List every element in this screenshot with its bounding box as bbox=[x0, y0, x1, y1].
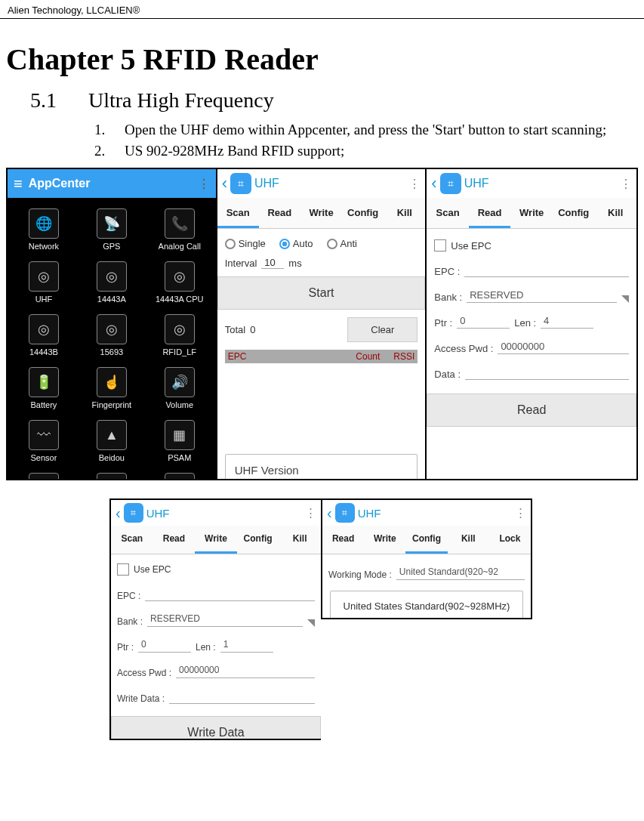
pwd-field: Access Pwd : 00000000 bbox=[434, 335, 629, 360]
more-icon[interactable]: ⋮ bbox=[408, 177, 421, 191]
uhf-title: UHF bbox=[358, 507, 381, 520]
write-data-input[interactable] bbox=[169, 690, 315, 704]
tab-lock[interactable]: Lock bbox=[489, 526, 531, 554]
tab-write[interactable]: Write bbox=[195, 526, 237, 554]
app-item[interactable]: 〰Sensor bbox=[11, 415, 77, 467]
app-item[interactable]: ◎14443A bbox=[79, 257, 145, 308]
tab-scan[interactable]: Scan bbox=[217, 198, 259, 228]
app-icon: ☝ bbox=[97, 367, 127, 397]
tab-kill[interactable]: Kill bbox=[594, 198, 636, 228]
app-item[interactable]: ◎RFID_LF bbox=[146, 310, 213, 361]
pwd-input[interactable]: 00000000 bbox=[498, 341, 629, 354]
tab-config[interactable]: Config bbox=[553, 198, 595, 228]
chapter-title: Chapter 5 RFID Reader bbox=[6, 42, 644, 77]
working-mode-field: Working Mode : United Standard(920~92 bbox=[328, 560, 525, 586]
tab-config[interactable]: Config bbox=[342, 198, 384, 228]
bank-label: Bank : bbox=[434, 292, 462, 303]
working-mode-select[interactable]: United Standard(920~92 bbox=[396, 566, 525, 580]
bank-label: Bank : bbox=[117, 616, 143, 627]
bank-select[interactable]: RESERVED bbox=[147, 613, 303, 627]
app-label: Analog Call bbox=[159, 242, 201, 251]
epc-input[interactable] bbox=[464, 264, 629, 277]
app-item[interactable]: N))NFC bbox=[146, 468, 213, 479]
tab-write[interactable]: Write bbox=[364, 526, 405, 554]
tab-write[interactable]: Write bbox=[510, 198, 553, 228]
tab-read[interactable]: Read bbox=[153, 526, 196, 554]
radio-single[interactable]: Single bbox=[225, 238, 266, 249]
back-icon[interactable]: ‹ bbox=[327, 505, 332, 522]
app-item[interactable]: 📡GPS bbox=[79, 204, 145, 255]
list-item: 2. US 902-928MHz Band RFID support; bbox=[94, 141, 629, 161]
more-icon[interactable]: ⋮ bbox=[305, 506, 316, 520]
tab-scan[interactable]: Scan bbox=[111, 526, 153, 554]
app-item[interactable]: ☝Fingerprint bbox=[79, 363, 145, 414]
app-label: 15693 bbox=[100, 347, 124, 356]
more-icon[interactable]: ⋮ bbox=[515, 506, 526, 520]
tab-read[interactable]: Read bbox=[322, 526, 364, 554]
uhf-header: ‹ ⌗ UHF ⋮ bbox=[217, 169, 426, 198]
radio-anti[interactable]: Anti bbox=[327, 238, 357, 249]
app-item[interactable]: ◎15693 bbox=[79, 310, 145, 361]
app-item[interactable]: ◎14443B bbox=[11, 310, 77, 361]
tab-scan[interactable]: Scan bbox=[427, 198, 469, 228]
screenshot-row-2: ‹ ⌗ UHF ⋮ Scan Read Write Config Kill Us… bbox=[109, 498, 644, 740]
len-input[interactable]: 1 bbox=[220, 639, 273, 653]
clear-button[interactable]: Clear bbox=[347, 317, 418, 342]
app-item[interactable]: 📷Camera bbox=[11, 468, 77, 479]
app-item[interactable]: 🔋Battery bbox=[11, 363, 77, 414]
back-icon[interactable]: ‹ bbox=[116, 505, 121, 522]
app-item[interactable]: 📞Analog Call bbox=[146, 204, 213, 255]
len-input[interactable]: 4 bbox=[541, 315, 593, 329]
data-input[interactable] bbox=[465, 366, 629, 380]
tab-kill[interactable]: Kill bbox=[279, 526, 321, 554]
more-icon[interactable]: ⋮ bbox=[198, 177, 210, 191]
total-label: Total bbox=[225, 324, 245, 335]
tab-kill[interactable]: Kill bbox=[384, 198, 425, 228]
tab-config[interactable]: Config bbox=[405, 526, 447, 554]
back-icon[interactable]: ‹ bbox=[431, 174, 436, 193]
app-item[interactable]: ▦PSAM bbox=[146, 415, 213, 467]
ptr-label: Ptr : bbox=[434, 317, 452, 329]
checkbox-icon[interactable] bbox=[117, 563, 129, 576]
tab-bar: Read Write Config Kill Lock bbox=[322, 526, 531, 554]
start-button[interactable]: Start bbox=[217, 276, 426, 310]
app-item[interactable]: ▩Camera ba… bbox=[79, 468, 145, 479]
pwd-input[interactable]: 00000000 bbox=[176, 665, 315, 678]
tab-config[interactable]: Config bbox=[237, 526, 279, 554]
epc-input[interactable] bbox=[145, 588, 315, 601]
tab-read[interactable]: Read bbox=[469, 198, 511, 228]
menu-icon[interactable]: ≡ bbox=[14, 175, 23, 193]
uhf-logo-icon: ⌗ bbox=[230, 173, 251, 194]
app-item[interactable]: ▲Beidou bbox=[79, 415, 145, 467]
read-button[interactable]: Read bbox=[427, 394, 636, 427]
bank-select[interactable]: RESERVED bbox=[467, 289, 617, 303]
more-icon[interactable]: ⋮ bbox=[620, 177, 632, 191]
use-epc-row[interactable]: Use EPC bbox=[117, 557, 315, 582]
tab-read[interactable]: Read bbox=[259, 198, 300, 228]
radio-auto[interactable]: Auto bbox=[279, 238, 313, 249]
back-icon[interactable]: ‹ bbox=[222, 174, 227, 193]
len-label: Len : bbox=[514, 317, 536, 329]
use-epc-row[interactable]: Use EPC bbox=[434, 233, 629, 258]
dropdown-icon[interactable] bbox=[307, 619, 315, 627]
app-item[interactable]: ◎14443A CPU bbox=[146, 257, 213, 308]
app-icon: 📞 bbox=[165, 208, 195, 239]
tab-write[interactable]: Write bbox=[300, 198, 342, 228]
app-item[interactable]: ◎UHF bbox=[11, 257, 77, 308]
interval-row: Interval 10 ms bbox=[225, 254, 418, 276]
checkbox-icon[interactable] bbox=[434, 239, 446, 252]
app-item[interactable]: 🌐Network bbox=[11, 204, 77, 255]
scan-body: Single Auto Anti Interval 10 ms Start To… bbox=[217, 229, 426, 479]
version-popup[interactable]: UHF Version bbox=[225, 454, 418, 479]
tab-bar: Scan Read Write Config Kill bbox=[427, 198, 636, 229]
tab-kill[interactable]: Kill bbox=[448, 526, 489, 554]
write-data-button[interactable]: Write Data bbox=[111, 716, 321, 740]
screenshot-row-1: ≡ AppCenter ⋮ 🌐Network📡GPS📞Analog Call◎U… bbox=[6, 168, 638, 480]
list-item: 1. Open the UHF demo within Appcenter, a… bbox=[94, 120, 629, 140]
interval-input[interactable]: 10 bbox=[261, 257, 284, 269]
working-mode-option[interactable]: United States Standard(902~928MHz) bbox=[330, 591, 523, 619]
ptr-input[interactable]: 0 bbox=[138, 639, 191, 653]
ptr-input[interactable]: 0 bbox=[457, 315, 510, 329]
app-item[interactable]: 🔊Volume bbox=[146, 363, 213, 414]
dropdown-icon[interactable] bbox=[621, 295, 629, 303]
